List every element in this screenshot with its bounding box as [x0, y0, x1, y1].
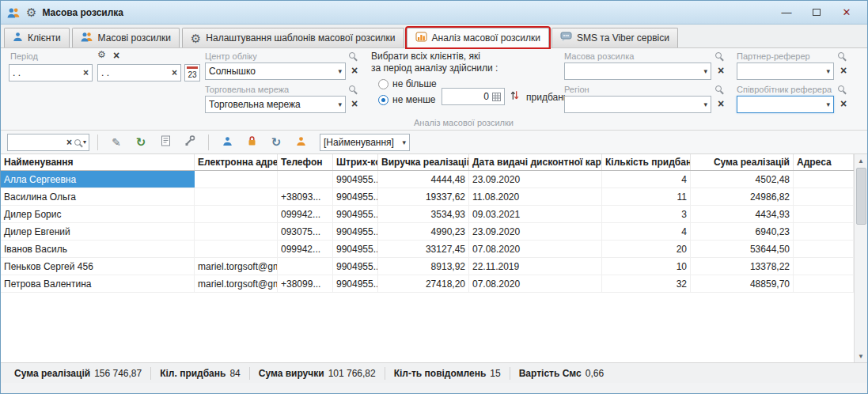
cell-phone[interactable]: 099942... — [278, 206, 333, 222]
cell-card-date[interactable]: 22.11.2019 — [469, 258, 602, 275]
cell-barcode[interactable]: 9904955... — [333, 223, 378, 240]
partner-clear-icon[interactable]: × — [838, 65, 849, 78]
period-settings-gear-icon[interactable]: ⚙ — [97, 50, 106, 59]
lock-button[interactable] — [241, 134, 262, 151]
radio-no-more[interactable]: не більше — [378, 78, 437, 89]
cell-name[interactable]: Алла Сергеевна — [1, 171, 195, 188]
edit-button[interactable]: ✎ — [106, 134, 127, 151]
sort-arrows-icon[interactable] — [510, 89, 520, 101]
cell-purchases[interactable]: 10 — [602, 258, 691, 275]
cell-email[interactable] — [195, 241, 278, 257]
tools-button[interactable] — [180, 134, 200, 151]
cell-phone[interactable]: 093075... — [278, 223, 333, 240]
center-combobox[interactable]: Солнышко ▾ — [205, 63, 346, 80]
col-address[interactable]: Адреса — [794, 154, 854, 170]
col-name[interactable]: Найменування — [1, 154, 195, 170]
minimize-button[interactable]: — — [772, 3, 801, 22]
table-row[interactable]: Іванов Василь 099942... 9904955... 33127… — [1, 241, 854, 258]
mailing-clear-icon[interactable]: × — [715, 65, 726, 78]
employee-combobox[interactable]: ▾ — [737, 96, 834, 113]
scrollbar-thumb[interactable] — [856, 168, 866, 225]
cell-card-date[interactable]: 07.08.2020 — [469, 241, 602, 257]
cell-phone[interactable]: +38099... — [278, 275, 333, 292]
table-row[interactable]: Дилер Борис 099942... 9904955... 3534,93… — [1, 206, 854, 223]
cell-name[interactable]: Іванов Василь — [1, 241, 195, 257]
cell-address[interactable] — [794, 258, 854, 275]
cell-sum[interactable]: 4502,48 — [691, 171, 794, 188]
cell-revenue[interactable]: 33127,45 — [378, 241, 469, 257]
cell-barcode[interactable]: 9904955... — [333, 171, 378, 188]
cell-card-date[interactable]: 09.03.2021 — [469, 206, 602, 222]
cell-address[interactable] — [794, 188, 854, 205]
cell-revenue[interactable]: 4990,23 — [378, 223, 469, 240]
search-options-caret-icon[interactable]: ▾ — [83, 138, 86, 146]
cell-barcode[interactable]: 9904955... — [333, 206, 378, 222]
cell-barcode[interactable]: 9904955... — [333, 241, 378, 257]
cell-name[interactable]: Василина Ольга — [1, 188, 195, 205]
col-sum[interactable]: Сума реалізацій — [691, 154, 794, 170]
cell-email[interactable] — [195, 206, 278, 222]
cell-purchases[interactable]: 32 — [602, 275, 691, 292]
network-combobox[interactable]: Торговельна мережа ▾ — [205, 96, 346, 113]
col-email[interactable]: Електронна адреса — [195, 154, 278, 170]
cell-purchases[interactable]: 20 — [602, 241, 691, 257]
network-clear-icon[interactable]: × — [349, 98, 360, 111]
calendar-button[interactable]: 23 — [184, 64, 200, 81]
network-search-icon[interactable] — [349, 85, 355, 92]
grid-icon[interactable] — [492, 93, 501, 101]
cell-sum[interactable]: 6940,23 — [691, 223, 794, 240]
date-from-input[interactable]: . . × — [9, 64, 93, 81]
cell-revenue[interactable]: 3534,93 — [378, 206, 469, 222]
cell-email[interactable]: mariel.torgsoft@gm... — [195, 275, 278, 292]
cell-email[interactable] — [195, 171, 278, 188]
search-icon[interactable] — [74, 139, 81, 146]
table-row[interactable]: Дилер Евгений 093075... 9904955... 4990,… — [1, 223, 854, 241]
region-clear-icon[interactable]: × — [715, 98, 726, 111]
tab-sms-viber[interactable]: SMS та Viber сервіси — [552, 28, 678, 47]
cell-phone[interactable] — [278, 171, 333, 188]
table-row[interactable]: Алла Сергеевна 9904955... 4444,48 23.09.… — [1, 171, 854, 188]
client-card-button[interactable] — [217, 134, 237, 151]
tab-clients[interactable]: Клієнти — [4, 28, 70, 47]
table-row[interactable]: Петрова Валентина mariel.torgsoft@gm... … — [1, 275, 854, 293]
sync-button[interactable]: ↻ — [266, 134, 286, 151]
cell-name[interactable]: Дилер Борис — [1, 206, 195, 222]
cell-purchases[interactable]: 4 — [602, 223, 691, 240]
scroll-up-icon[interactable]: ▲ — [855, 154, 867, 167]
cell-phone[interactable] — [278, 258, 333, 275]
tab-mailing-analysis[interactable]: Аналіз масової розсилки — [407, 28, 549, 47]
cell-revenue[interactable]: 4444,48 — [378, 171, 469, 188]
mailing-combobox[interactable]: ▾ — [564, 63, 711, 80]
cell-card-date[interactable]: 23.09.2020 — [469, 223, 602, 240]
mailing-search-icon[interactable] — [715, 52, 722, 59]
employee-search-icon[interactable] — [838, 85, 844, 92]
tab-mass-mailings[interactable]: Масові розсилки — [72, 28, 180, 47]
col-purchases[interactable]: Кількість придбань — [602, 154, 691, 170]
partner-combobox[interactable]: ▾ — [737, 63, 834, 80]
cell-barcode[interactable]: 9904955... — [333, 258, 378, 275]
table-row[interactable]: Пеньков Сергей 456 mariel.torgsoft@gm...… — [1, 258, 854, 275]
cell-purchases[interactable]: 4 — [602, 171, 691, 188]
col-revenue[interactable]: Виручка реалізацій — [378, 154, 469, 170]
cell-phone[interactable]: 099942... — [278, 241, 333, 257]
date-to-clear-icon[interactable]: × — [169, 67, 177, 78]
region-combobox[interactable]: ▾ — [564, 96, 711, 113]
cell-sum[interactable]: 48859,70 — [691, 275, 794, 292]
cell-barcode[interactable]: 9904955... — [333, 275, 378, 292]
vertical-scrollbar[interactable]: ▲ ▼ — [854, 154, 867, 362]
col-barcode[interactable]: Штрих-код — [333, 154, 378, 170]
region-search-icon[interactable] — [715, 85, 722, 92]
cell-address[interactable] — [794, 275, 854, 292]
report-button[interactable] — [155, 134, 176, 151]
close-button[interactable]: ✕ — [832, 3, 861, 22]
cell-sum[interactable]: 53644,50 — [691, 241, 794, 257]
col-card-date[interactable]: Дата видачі дисконтної картки — [469, 154, 602, 170]
cell-sum[interactable]: 13378,22 — [691, 258, 794, 275]
purchase-count-input[interactable]: 0 — [442, 88, 505, 105]
search-input[interactable] — [10, 136, 64, 149]
cell-email[interactable]: mariel.torgsoft@gm... — [195, 258, 278, 275]
cell-name[interactable]: Дилер Евгений — [1, 223, 195, 240]
tab-template-settings[interactable]: ⚙ Налаштування шаблонів масової розсилки — [182, 28, 404, 47]
cell-card-date[interactable]: 11.08.2020 — [469, 188, 602, 205]
cell-sum[interactable]: 4434,93 — [691, 206, 794, 222]
